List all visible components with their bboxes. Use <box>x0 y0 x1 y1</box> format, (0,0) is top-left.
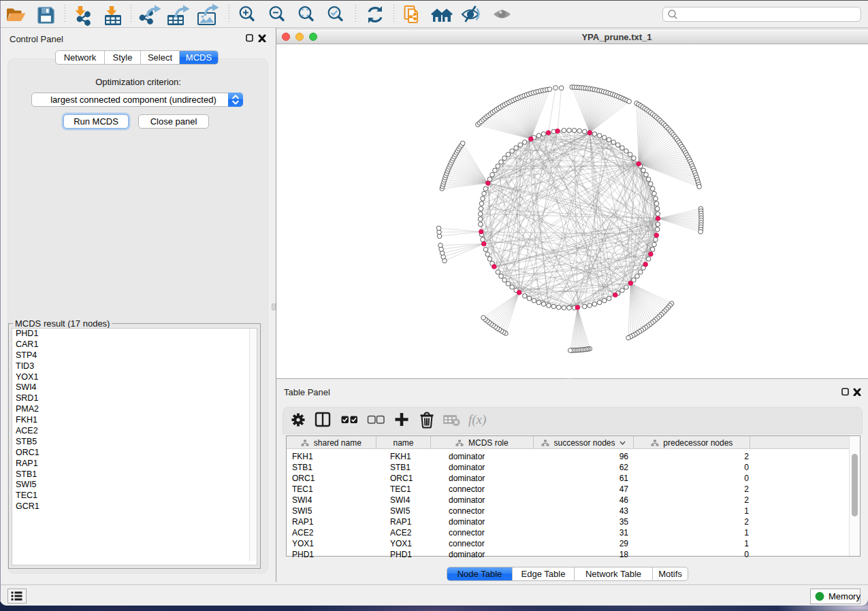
svg-text:f(x): f(x) <box>468 412 486 427</box>
